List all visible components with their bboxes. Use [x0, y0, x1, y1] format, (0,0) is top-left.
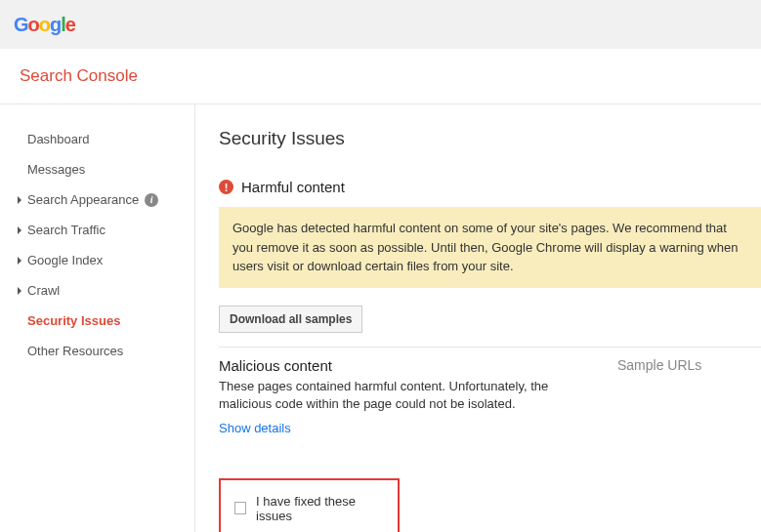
review-box: I have fixed these issues REQUEST A REVI…	[219, 478, 400, 532]
sidebar: Dashboard Messages Search Appearancei Se…	[0, 104, 195, 532]
fixed-check-row: I have fixed these issues	[234, 494, 384, 523]
sidebar-item-label: Other Resources	[27, 344, 123, 358]
sidebar-item-label: Search Appearance	[27, 192, 139, 207]
sidebar-item-label: Security Issues	[27, 313, 120, 328]
sidebar-item-google-index[interactable]: Google Index	[18, 245, 194, 275]
product-name: Search Console	[20, 66, 138, 85]
fixed-label: I have fixed these issues	[256, 494, 384, 523]
content: Security Issues ! Harmful content Google…	[195, 104, 761, 532]
issue-title: Malicious content	[219, 357, 571, 374]
page-title: Security Issues	[219, 128, 761, 149]
issue-row: Malicious content These pages contained …	[219, 357, 761, 435]
fixed-checkbox[interactable]	[234, 502, 246, 514]
alert-heading: ! Harmful content	[219, 179, 761, 195]
caret-icon	[18, 257, 21, 265]
alert-heading-text: Harmful content	[241, 179, 345, 195]
sidebar-item-search-traffic[interactable]: Search Traffic	[18, 215, 194, 245]
issue-description: These pages contained harmful content. U…	[219, 378, 571, 413]
sidebar-item-label: Search Traffic	[27, 223, 106, 237]
header: Google	[0, 0, 761, 49]
sidebar-item-label: Messages	[27, 162, 85, 177]
sidebar-item-crawl[interactable]: Crawl	[18, 275, 194, 306]
sidebar-item-dashboard[interactable]: Dashboard	[18, 124, 194, 154]
caret-icon	[18, 287, 21, 295]
sidebar-item-security-issues[interactable]: Security Issues	[18, 306, 194, 336]
download-all-samples-button[interactable]: Download all samples	[219, 306, 362, 333]
caret-icon	[18, 226, 21, 234]
subheader: Search Console	[0, 49, 761, 104]
sidebar-item-label: Crawl	[27, 283, 60, 298]
warning-box: Google has detected harmful content on s…	[219, 207, 761, 288]
google-logo: Google	[14, 14, 75, 36]
show-details-link[interactable]: Show details	[219, 421, 291, 435]
alert-icon: !	[219, 180, 233, 194]
sidebar-item-messages[interactable]: Messages	[18, 154, 194, 184]
sidebar-item-search-appearance[interactable]: Search Appearancei	[18, 184, 194, 215]
sidebar-item-label: Dashboard	[27, 132, 90, 146]
sidebar-item-label: Google Index	[27, 253, 103, 267]
sample-urls-heading: Sample URLs	[617, 357, 701, 435]
caret-icon	[18, 196, 21, 204]
divider	[219, 347, 761, 348]
sidebar-item-other-resources[interactable]: Other Resources	[18, 336, 194, 366]
info-icon[interactable]: i	[145, 193, 158, 207]
